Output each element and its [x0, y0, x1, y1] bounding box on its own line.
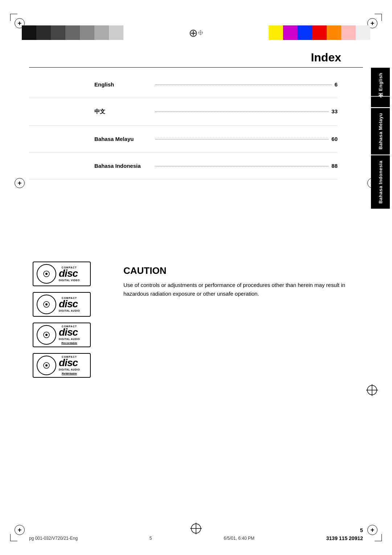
disc-extra-4: ReWritable: [59, 372, 80, 375]
index-entry-bahasa-indonesia: Bahasa Indonesia 88: [29, 153, 338, 179]
index-area: English 中文 Bahasa Melayu Bahasa Indonesi…: [29, 68, 363, 179]
svg-point-8: [45, 303, 48, 305]
entry-dots-english: [155, 85, 332, 85]
reg-mark-br: [367, 525, 377, 535]
disc-subtitle-4: DIGITAL AUDIO: [59, 368, 80, 371]
page-number: 5: [360, 527, 363, 533]
tab-bahasa-melayu[interactable]: Bahasa Melayu: [371, 108, 390, 154]
disc-logo-rewritable: COMPACT disc DIGITAL AUDIO ReWritable: [29, 353, 94, 378]
index-entry-chinese: 中文 33: [29, 98, 338, 126]
tab-bahasa-indonesia[interactable]: Bahasa Indonesia: [371, 155, 390, 209]
index-entry-bahasa-melayu: Bahasa Melayu 60: [29, 126, 338, 153]
footer-file-ref: pg 001-032/V720/21-Eng: [29, 536, 78, 541]
bottom-section: COMPACT disc DIGITAL VIDEO: [29, 262, 363, 378]
caution-text: Use of controls or adjustments or perfor…: [123, 281, 363, 298]
side-tabs: English 中文 Bahasa Melayu Bahasa Indonesi…: [371, 68, 392, 209]
disc-letters-3: disc: [59, 328, 80, 337]
footer-product-code: 3139 115 20912: [326, 535, 363, 541]
page-title: Index: [29, 51, 363, 64]
color-bar-right: [269, 25, 370, 40]
disc-logo-digital-video: COMPACT disc DIGITAL VIDEO: [29, 262, 94, 286]
disc-logo-recordable: COMPACT disc DIGITAL AUDIO Recordable: [29, 323, 94, 347]
cut-mark-bl: [10, 534, 17, 541]
entry-dots-indonesia: [155, 166, 328, 166]
tab-english[interactable]: English: [371, 68, 390, 96]
disc-letters-4: disc: [59, 358, 80, 367]
disc-subtitle-1: DIGITAL VIDEO: [59, 279, 80, 281]
disc-subtitle-2: DIGITAL AUDIO: [59, 309, 80, 312]
entry-dots-chinese: [155, 112, 328, 112]
color-bar-left: [22, 25, 123, 40]
reg-mark-ml: [15, 178, 25, 188]
footer-page-center: 5: [150, 536, 152, 541]
index-entry-english: English 6: [29, 71, 338, 98]
right-crosshair: [366, 384, 378, 399]
tab-chinese[interactable]: 中文: [371, 97, 390, 107]
caution-title: CAUTION: [123, 265, 363, 276]
footer-date: 6/5/01, 6:40 PM: [224, 536, 254, 541]
top-bar-area: [22, 22, 370, 44]
disc-letters-2: disc: [59, 299, 80, 308]
footer: pg 001-032/V720/21-Eng 5 6/5/01, 6:40 PM…: [29, 535, 363, 541]
caution-section: CAUTION Use of controls or adjustments o…: [123, 262, 363, 378]
disc-subtitle-3: DIGITAL AUDIO: [59, 338, 80, 340]
index-entries: English 6 中文 33 Bahasa Melayu 60 Bahasa …: [29, 71, 363, 179]
svg-point-5: [45, 273, 48, 275]
logos-area: COMPACT disc DIGITAL VIDEO: [29, 262, 109, 378]
entry-dots-melayu: [155, 139, 328, 139]
svg-point-14: [45, 364, 48, 366]
disc-extra-3: Recordable: [59, 341, 80, 345]
center-crosshair: [189, 25, 203, 40]
disc-logo-digital-audio: COMPACT disc DIGITAL AUDIO: [29, 292, 94, 317]
disc-letters-1: disc: [59, 269, 80, 278]
svg-point-11: [45, 334, 48, 336]
cut-mark-br: [375, 534, 382, 541]
reg-mark-bl: [15, 525, 25, 535]
